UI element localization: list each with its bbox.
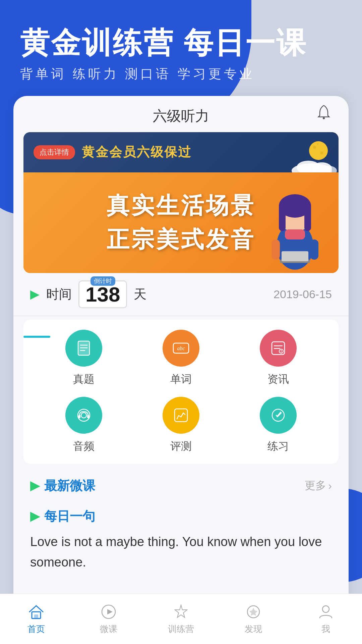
svg-rect-15 xyxy=(272,239,280,260)
star-icon xyxy=(172,603,190,621)
discover-icon xyxy=(245,603,262,621)
timer-date: 2019-06-15 xyxy=(274,288,332,301)
icon-cell-pingce[interactable]: 评测 xyxy=(137,397,225,454)
main-card: 六级听力 点击详情 黄金会员六级保过 xyxy=(13,96,349,644)
pingce-label: 评测 xyxy=(170,439,192,454)
icon-cell-dancl[interactable]: abc 单词 xyxy=(137,330,225,387)
svg-rect-36 xyxy=(175,409,187,422)
timer-suffix: 天 xyxy=(134,286,146,303)
user-icon xyxy=(317,603,335,621)
daily-sentence-header: ▶ 每日一句 xyxy=(13,498,349,528)
banner-top: 点击详情 黄金会员六级保过 xyxy=(23,132,339,172)
nav-discover-label: 发现 xyxy=(245,623,262,635)
nav-discover[interactable]: 发现 xyxy=(217,603,290,635)
svg-rect-43 xyxy=(34,614,38,619)
more-link[interactable]: 更多 › xyxy=(305,478,332,493)
daily-arrow-icon: ▶ xyxy=(30,509,40,523)
nav-weike-label: 微课 xyxy=(100,623,117,635)
header-subtitle: 背单词 练听力 测口语 学习更专业 xyxy=(20,65,342,83)
svg-marker-46 xyxy=(175,605,187,618)
card-title: 六级听力 xyxy=(153,107,209,125)
tabs-strip xyxy=(13,316,349,316)
nav-training-label: 训练营 xyxy=(168,623,194,635)
svg-text:abc: abc xyxy=(177,345,185,351)
lianxi-icon-circle xyxy=(260,397,297,434)
nav-me[interactable]: 我 xyxy=(290,603,362,635)
svg-rect-14 xyxy=(285,229,305,239)
micro-course-arrow-icon: ▶ xyxy=(30,479,40,493)
svg-point-0 xyxy=(323,117,325,119)
svg-line-39 xyxy=(181,413,183,417)
icon-cell-zixun[interactable]: 资讯 xyxy=(235,330,322,387)
nav-weike[interactable]: 微课 xyxy=(72,603,145,635)
zhenti-label: 真题 xyxy=(73,372,95,387)
micro-course-header: ▶ 最新微课 更多 › xyxy=(13,467,349,498)
daily-sentence-title: ▶ 每日一句 xyxy=(30,508,95,525)
svg-rect-16 xyxy=(310,239,318,260)
banner-line1: 真实生活场景 xyxy=(107,191,255,221)
micro-course-label: 最新微课 xyxy=(44,477,95,494)
svg-point-4 xyxy=(317,143,319,145)
svg-rect-12 xyxy=(279,204,286,231)
timer-arrow-icon: ▶ xyxy=(30,287,40,301)
pingce-icon-circle xyxy=(163,397,199,434)
icon-cell-lianxi[interactable]: 练习 xyxy=(235,397,322,454)
svg-point-49 xyxy=(322,606,329,612)
zixun-icon-circle xyxy=(260,330,297,367)
svg-line-40 xyxy=(183,413,185,415)
svg-point-33 xyxy=(81,413,86,418)
play-icon xyxy=(100,603,117,621)
micro-course-title: ▶ 最新微课 xyxy=(30,477,95,494)
svg-rect-34 xyxy=(78,415,80,418)
svg-rect-13 xyxy=(304,204,311,231)
svg-point-2 xyxy=(313,146,316,149)
icon-cell-zhenti[interactable]: 真题 xyxy=(40,330,127,387)
timer-label: 时间 xyxy=(46,286,72,303)
banner-bottom: 真实生活场景 正宗美式发音 xyxy=(23,172,339,273)
banner-line2: 正宗美式发音 xyxy=(107,224,255,255)
bottom-nav: 首页 微课 训练营 发现 我 xyxy=(0,594,362,644)
header-area: 黄金训练营 每日一课 背单词 练听力 测口语 学习更专业 xyxy=(0,0,362,96)
timer-row: ▶ 时间 倒计时 138 天 2019-06-15 xyxy=(13,273,349,316)
zixun-label: 资讯 xyxy=(267,372,289,387)
svg-rect-18 xyxy=(282,251,308,261)
bell-icon[interactable] xyxy=(316,104,332,124)
card-header: 六级听力 xyxy=(13,96,349,132)
banner-badge[interactable]: 点击详情 xyxy=(34,145,75,159)
yinpin-icon-circle xyxy=(65,397,102,434)
lianxi-label: 练习 xyxy=(267,439,289,454)
timer-left: ▶ 时间 倒计时 138 天 xyxy=(30,282,146,306)
yinpin-label: 音频 xyxy=(73,439,95,454)
icon-grid: 真题 abc 单词 xyxy=(23,320,339,464)
banner-figure xyxy=(261,186,328,273)
countdown-label: 倒计时 xyxy=(90,276,115,286)
svg-rect-35 xyxy=(87,415,89,418)
banner[interactable]: 点击详情 黄金会员六级保过 真实生活场景 正宗美式发音 xyxy=(23,132,339,273)
daily-sentence-label: 每日一句 xyxy=(44,508,95,525)
timer-badge-wrap: 倒计时 138 xyxy=(78,282,127,306)
nav-me-label: 我 xyxy=(321,623,330,635)
icon-cell-yinpin[interactable]: 音频 xyxy=(40,397,127,454)
nav-training[interactable]: 训练营 xyxy=(145,603,217,635)
header-title: 黄金训练营 每日一课 xyxy=(20,27,342,59)
home-icon xyxy=(27,603,45,621)
banner-promo-title: 黄金会员六级保过 xyxy=(82,144,192,161)
svg-marker-48 xyxy=(249,608,257,616)
more-label: 更多 xyxy=(305,478,326,493)
dancl-label: 单词 xyxy=(170,372,192,387)
dancl-icon-circle: abc xyxy=(163,330,199,367)
svg-marker-45 xyxy=(107,609,113,614)
svg-line-37 xyxy=(177,416,179,419)
svg-point-31 xyxy=(281,352,282,353)
nav-home-label: 首页 xyxy=(27,623,45,635)
nav-home[interactable]: 首页 xyxy=(0,603,72,635)
daily-sentence-text: Love is not a maybe thing. You know when… xyxy=(13,528,349,583)
zhenti-icon-circle xyxy=(65,330,102,367)
more-chevron-icon: › xyxy=(328,480,332,492)
